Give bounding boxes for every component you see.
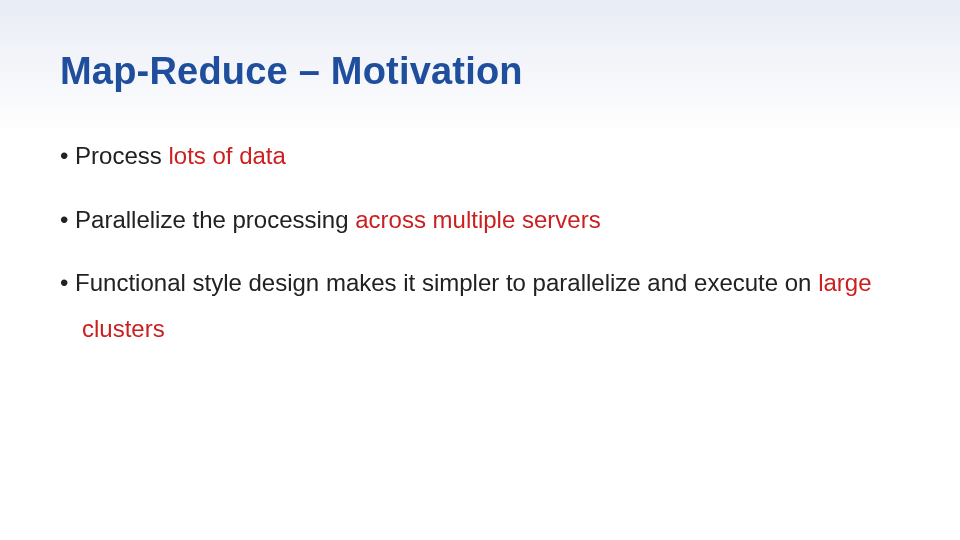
- slide-title: Map-Reduce – Motivation: [60, 50, 900, 93]
- bullet-text-highlight: across multiple servers: [355, 206, 600, 233]
- slide: Map-Reduce – Motivation Process lots of …: [0, 0, 960, 540]
- list-item: Functional style design makes it simpler…: [60, 260, 900, 351]
- bullet-text-pre: Functional style design makes it simpler…: [75, 269, 818, 296]
- bullet-text-pre: Process: [75, 142, 168, 169]
- list-item: Process lots of data: [60, 133, 900, 179]
- bullet-text-pre: Parallelize the processing: [75, 206, 355, 233]
- bullet-text-highlight: lots of data: [168, 142, 285, 169]
- bullet-list: Process lots of data Parallelize the pro…: [60, 133, 900, 351]
- list-item: Parallelize the processing across multip…: [60, 197, 900, 243]
